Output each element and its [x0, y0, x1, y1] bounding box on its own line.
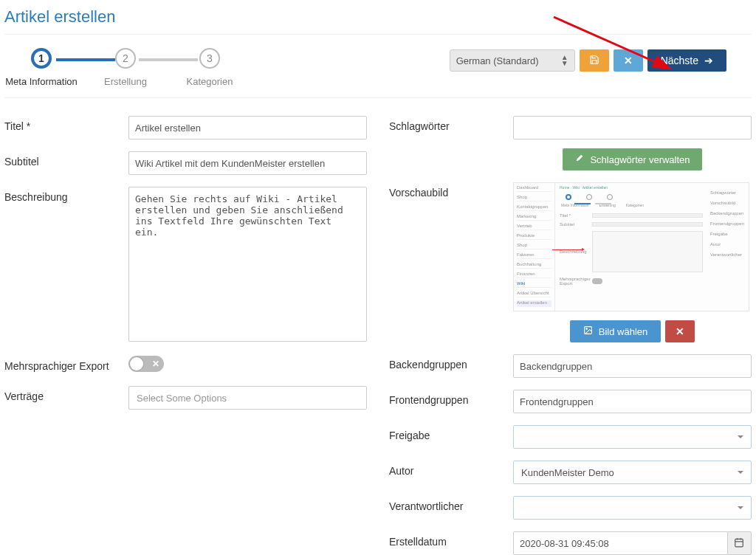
title-input[interactable]	[128, 116, 367, 139]
updown-icon: ▲▼	[561, 55, 568, 66]
step-3-number: 3	[199, 48, 220, 69]
author-value: KundenMeister Demo	[521, 467, 614, 478]
chevron-down-icon	[738, 435, 743, 438]
step-2-number: 2	[115, 48, 136, 69]
step-1-number: 1	[31, 48, 52, 69]
tags-input[interactable]	[513, 116, 752, 139]
contracts-row: Verträge Select Some Options	[4, 386, 367, 410]
step-3-label: Kategorien	[187, 76, 233, 97]
frontend-groups-row: Frontendgruppen	[389, 390, 752, 413]
image-icon	[583, 325, 593, 337]
form-right-column: Schlagwörter Schlagwörter verwalten Vors…	[389, 116, 752, 555]
choose-image-button[interactable]: Bild wählen	[570, 320, 662, 342]
preview-row: Vorschaubild DashboardShopKontaktgruppen…	[389, 182, 752, 342]
form-left-column: Titel * Subtitel Beschreibung Gehen Sie …	[4, 116, 367, 555]
close-icon: ✕	[676, 325, 684, 337]
description-label: Beschreibung	[4, 187, 123, 203]
multilang-row: Mehrsprachiger Export ✕	[4, 356, 367, 374]
chevron-down-icon	[738, 471, 743, 474]
step-connector-inactive	[139, 58, 198, 61]
remove-image-button[interactable]: ✕	[665, 320, 695, 342]
preview-label: Vorschaubild	[389, 182, 507, 199]
manage-tags-button[interactable]: Schlagwörter verwalten	[563, 148, 701, 170]
tags-label: Schlagwörter	[389, 116, 507, 132]
arrow-right-icon: ➔	[704, 55, 713, 66]
cancel-button[interactable]: ✕	[614, 49, 643, 72]
backend-groups-label: Backendgruppen	[389, 354, 507, 370]
subtitle-label: Subtitel	[4, 151, 123, 168]
step-2-label: Erstellung	[104, 76, 147, 97]
step-1-label: Meta Information	[5, 76, 78, 97]
manage-tags-label: Schlagwörter verwalten	[590, 154, 690, 165]
tags-icon	[574, 154, 584, 165]
step-connector-active	[56, 58, 115, 61]
language-select-value: German (Standard)	[456, 55, 539, 66]
datepicker-button[interactable]	[728, 531, 752, 555]
created-input[interactable]	[513, 531, 728, 555]
close-icon: ✕	[624, 55, 633, 66]
step-3[interactable]: 3 Kategorien	[195, 48, 224, 97]
author-label: Autor	[389, 461, 507, 477]
created-row: Erstelldatum	[389, 531, 752, 555]
language-select[interactable]: German (Standard) ▲▼	[450, 49, 575, 72]
contracts-label: Verträge	[4, 386, 123, 402]
svg-point-2	[586, 328, 588, 330]
chevron-down-icon	[738, 506, 743, 509]
tags-row: Schlagwörter Schlagwörter verwalten	[389, 116, 752, 170]
subtitle-input[interactable]	[128, 151, 367, 175]
description-textarea[interactable]: Gehen Sie rechts auf Wiki - Artikel erst…	[128, 187, 367, 342]
next-button[interactable]: Nächste ➔	[647, 49, 726, 72]
title-label: Titel *	[4, 116, 123, 132]
frontend-groups-label: Frontendgruppen	[389, 390, 507, 406]
responsible-row: Verantwortlicher	[389, 496, 752, 520]
action-bar: German (Standard) ▲▼ ✕ Nächste ➔	[450, 48, 752, 72]
contracts-placeholder: Select Some Options	[137, 393, 227, 404]
top-bar: 1 Meta Information 2 Erstellung 3 Katego…	[4, 35, 752, 98]
release-select[interactable]	[513, 425, 752, 449]
page-title: Artikel erstellen	[4, 7, 752, 35]
title-row: Titel *	[4, 116, 367, 139]
next-button-label: Nächste	[661, 55, 698, 66]
release-label: Freigabe	[389, 425, 507, 441]
preview-thumbnail: DashboardShopKontaktgruppen MarketingVer…	[513, 182, 749, 311]
backend-groups-input[interactable]	[513, 354, 752, 378]
multilang-toggle[interactable]: ✕	[128, 356, 164, 372]
responsible-select[interactable]	[513, 496, 752, 520]
created-label: Erstelldatum	[389, 531, 507, 548]
release-row: Freigabe	[389, 425, 752, 449]
backend-groups-row: Backendgruppen	[389, 354, 752, 378]
calendar-icon	[734, 537, 744, 550]
author-select[interactable]: KundenMeister Demo	[513, 461, 752, 484]
preview-image-actions: Bild wählen ✕	[513, 320, 752, 342]
subtitle-row: Subtitel	[4, 151, 367, 175]
description-row: Beschreibung Gehen Sie rechts auf Wiki -…	[4, 187, 367, 344]
contracts-select[interactable]: Select Some Options	[128, 386, 367, 410]
choose-image-label: Bild wählen	[599, 326, 648, 337]
save-button[interactable]	[580, 49, 609, 72]
svg-rect-3	[735, 539, 743, 547]
toggle-off-icon: ✕	[152, 357, 159, 370]
author-row: Autor KundenMeister Demo	[389, 461, 752, 484]
thumb-annotation-arrow	[552, 249, 583, 250]
save-icon	[589, 55, 599, 67]
thumb-main: Home · Wiki · Artikel erstellen Meta Inf…	[555, 183, 707, 311]
form: Titel * Subtitel Beschreibung Gehen Sie …	[4, 98, 752, 555]
step-1[interactable]: 1 Meta Information	[27, 48, 56, 97]
frontend-groups-input[interactable]	[513, 390, 752, 413]
thumb-right-col: SchlagwörterVorschaubildBackendgruppen F…	[707, 183, 749, 311]
responsible-label: Verantwortlicher	[389, 496, 507, 512]
thumb-sidebar: DashboardShopKontaktgruppen MarketingVer…	[514, 183, 555, 311]
step-2[interactable]: 2 Erstellung	[111, 48, 140, 97]
stepper: 1 Meta Information 2 Erstellung 3 Katego…	[4, 48, 224, 97]
multilang-label: Mehrsprachiger Export	[4, 356, 123, 372]
